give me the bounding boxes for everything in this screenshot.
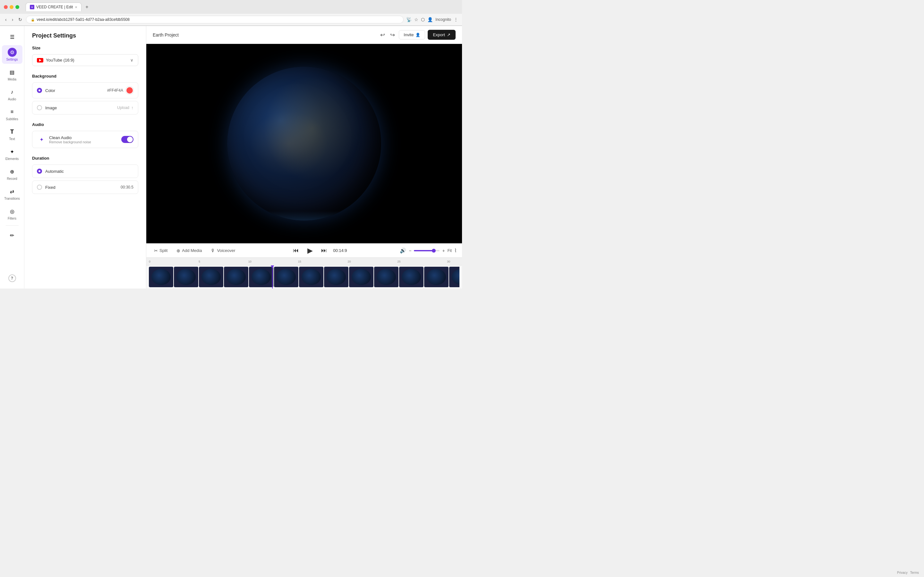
topbar-actions: ↩ ↪ Invite 👤 Export ↗	[379, 30, 456, 40]
sidebar-item-elements[interactable]: ✦ Elements	[2, 145, 23, 163]
clip-12[interactable]	[424, 267, 449, 287]
zoom-out-button[interactable]: −	[409, 248, 411, 253]
project-settings-panel: Project Settings Size YouTube (16:9) ∨ B…	[24, 26, 146, 288]
earth-glow	[227, 211, 381, 221]
color-option-label: Color	[45, 88, 55, 93]
clip-7[interactable]	[299, 267, 323, 287]
audio-icon: ♪	[8, 87, 17, 97]
split-icon: ✂	[154, 248, 158, 253]
sidebar-item-media[interactable]: ▤ Media	[2, 65, 23, 84]
url-field[interactable]: 🔒 veed.io/edit/abcb1297-5a01-4d77-b2aa-a…	[26, 16, 404, 23]
sidebar-item-settings[interactable]: ⚙ Settings	[2, 45, 23, 64]
record-label: Record	[7, 177, 17, 181]
minimize-window-button[interactable]	[10, 5, 13, 9]
image-option-label: Image	[45, 105, 57, 110]
clip-3[interactable]	[199, 267, 223, 287]
clip-2[interactable]	[174, 267, 198, 287]
image-radio[interactable]	[37, 105, 42, 110]
rewind-button[interactable]: ⏮	[291, 245, 301, 256]
split-button[interactable]: ✂ Split	[152, 247, 170, 255]
text-icon: T	[8, 127, 17, 136]
size-dropdown[interactable]: YouTube (16:9) ∨	[32, 54, 138, 66]
sidebar-item-record[interactable]: ⊕ Record	[2, 164, 23, 183]
sidebar-item-help[interactable]: ?	[2, 272, 23, 285]
clip-6[interactable]	[274, 267, 298, 287]
image-option[interactable]: Image Upload ↑	[32, 101, 138, 114]
text-label: Text	[9, 137, 15, 141]
sidebar-item-edit[interactable]: ✏	[2, 228, 23, 242]
cast-icon[interactable]: 📡	[406, 17, 412, 22]
export-button[interactable]: Export ↗	[428, 30, 456, 40]
automatic-radio[interactable]	[37, 169, 42, 174]
traffic-lights	[4, 5, 19, 9]
clip-10[interactable]	[374, 267, 399, 287]
playback-controls: ⏮ ▶ ⏭ 00:14:9	[242, 245, 396, 256]
fit-button[interactable]: Fit	[447, 248, 452, 253]
clip-9[interactable]	[349, 267, 373, 287]
tab-favicon: V	[30, 5, 34, 9]
clean-audio-toggle[interactable]	[121, 136, 134, 143]
close-window-button[interactable]	[4, 5, 8, 9]
fixed-label: Fixed	[45, 185, 55, 190]
hamburger-icon: ☰	[8, 32, 17, 41]
settings-label: Settings	[6, 58, 18, 61]
sidebar-hamburger[interactable]: ☰	[2, 30, 23, 44]
fast-forward-button[interactable]: ⏭	[319, 245, 329, 256]
background-label: Background	[32, 74, 138, 79]
fixed-option[interactable]: Fixed 00:30.5	[32, 181, 138, 194]
fixed-radio[interactable]	[37, 185, 42, 190]
browser-chrome: V VEED CREATE | Edit ✕ + ‹ › ↻ 🔒 veed.io…	[0, 0, 462, 26]
undo-button[interactable]: ↩	[379, 30, 386, 40]
redo-button[interactable]: ↪	[389, 30, 396, 40]
invite-button[interactable]: Invite 👤	[399, 30, 425, 39]
automatic-option[interactable]: Automatic	[32, 164, 138, 178]
clip-1[interactable]	[149, 267, 173, 287]
voiceover-button[interactable]: 🎙 Voiceover	[208, 247, 238, 255]
invite-label: Invite	[404, 32, 414, 37]
zoom-in-button[interactable]: +	[442, 248, 445, 253]
back-button[interactable]: ‹	[4, 16, 8, 23]
waveform-button[interactable]: ⌇	[454, 247, 457, 253]
audio-label: Audio	[8, 97, 16, 101]
clip-11[interactable]	[399, 267, 423, 287]
earth-lights	[227, 67, 381, 221]
playhead[interactable]	[272, 266, 273, 288]
clip-4[interactable]	[224, 267, 248, 287]
color-radio[interactable]	[37, 88, 42, 93]
play-button[interactable]: ▶	[305, 245, 315, 256]
volume-button[interactable]: 🔊	[400, 247, 406, 253]
color-option[interactable]: Color #FF4F4A	[32, 82, 138, 98]
sidebar-item-audio[interactable]: ♪ Audio	[2, 85, 23, 103]
upload-icon: ↑	[131, 105, 134, 110]
panel-title: Project Settings	[32, 32, 138, 39]
clip-13[interactable]	[449, 267, 459, 287]
forward-button[interactable]: ›	[11, 16, 15, 23]
filters-label: Filters	[8, 217, 16, 220]
profile-icon[interactable]: 👤	[427, 17, 433, 22]
zoom-slider[interactable]	[414, 250, 439, 251]
clip-8[interactable]	[324, 267, 349, 287]
add-media-button[interactable]: ⊕ Add Media	[174, 247, 204, 255]
bookmark-icon[interactable]: ☆	[414, 17, 418, 22]
menu-icon[interactable]: ⋮	[454, 17, 458, 22]
new-tab-button[interactable]: +	[83, 3, 91, 11]
voiceover-label: Voiceover	[217, 248, 235, 253]
transitions-icon: ⇄	[8, 187, 17, 196]
color-swatch[interactable]	[126, 87, 134, 94]
sidebar-item-filters[interactable]: ◎ Filters	[2, 204, 23, 223]
sidebar-item-text[interactable]: T Text	[2, 125, 23, 143]
settings-icon: ⚙	[8, 48, 17, 57]
refresh-button[interactable]: ↻	[17, 16, 23, 23]
sidebar-item-subtitles[interactable]: ≡ Subtitles	[2, 105, 23, 123]
extensions-icon[interactable]: ⬡	[421, 17, 425, 22]
upload-label: Upload	[117, 105, 129, 110]
background-section: Background Color #FF4F4A Image Upload ↑	[32, 74, 138, 114]
sidebar-item-transitions[interactable]: ⇄ Transitions	[2, 184, 23, 203]
active-tab[interactable]: V VEED CREATE | Edit ✕	[26, 3, 81, 11]
clip-5[interactable]	[249, 267, 273, 287]
maximize-window-button[interactable]	[15, 5, 19, 9]
split-label: Split	[160, 248, 168, 253]
app-container: ☰ ⚙ Settings ▤ Media ♪ Audio ≡ Subtitles…	[0, 26, 462, 288]
duration-label: Duration	[32, 156, 138, 161]
tab-close-button[interactable]: ✕	[75, 5, 78, 9]
